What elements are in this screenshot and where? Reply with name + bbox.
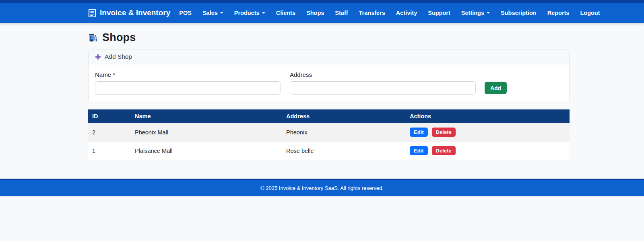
navbar: Invoice & Inventory POS Sales Products C… (0, 3, 644, 23)
cell-actions: Edit Delete (406, 123, 570, 142)
nav-item-reports[interactable]: Reports (547, 10, 570, 16)
add-shop-header-label: Add Shop (105, 53, 132, 60)
add-button[interactable]: Add (485, 82, 507, 94)
address-input[interactable] (290, 81, 476, 95)
footer-copyright: © 2025 Invoice & Inventory SaaS. All rig… (260, 185, 384, 191)
nav-item-activity[interactable]: Activity (396, 10, 417, 16)
table-row: 2 Pheonix Mall Pheonix Edit Delete (88, 123, 570, 142)
main-content: Shops Add Shop Name * Address (88, 23, 570, 160)
delete-button[interactable]: Delete (432, 128, 456, 137)
cell-id: 2 (88, 123, 131, 142)
shops-table-head: ID Name Address Actions (88, 109, 570, 123)
edit-button[interactable]: Edit (410, 146, 428, 155)
address-label: Address (290, 71, 476, 78)
add-shop-card: Add Shop Name * Address Add (88, 49, 570, 103)
cell-name: Plaisance Mall (131, 142, 282, 160)
nav-item-pos[interactable]: POS (179, 10, 192, 16)
nav-item-staff[interactable]: Staff (335, 10, 348, 16)
cell-address: Rose belle (282, 142, 406, 160)
cell-address: Pheonix (282, 123, 406, 142)
cell-actions: Edit Delete (406, 142, 570, 160)
cell-id: 1 (88, 142, 131, 160)
plus-icon (95, 54, 101, 60)
add-shop-form: Name * Address Add (89, 64, 569, 103)
col-header-address: Address (282, 109, 406, 123)
nav-item-products-label: Products (234, 10, 260, 16)
navbar-top-accent (0, 0, 644, 3)
nav-item-settings-label: Settings (461, 10, 484, 16)
chevron-down-icon (487, 12, 490, 14)
nav-item-transfers[interactable]: Transfers (359, 10, 385, 16)
nav-item-support[interactable]: Support (428, 10, 450, 16)
col-header-id: ID (88, 109, 131, 123)
nav-item-subscription[interactable]: Subscription (501, 10, 537, 16)
nav-links: POS Sales Products Clients Shops Staff T… (179, 10, 611, 16)
name-field-group: Name * (95, 71, 281, 95)
navbar-inner: Invoice & Inventory POS Sales Products C… (88, 3, 583, 23)
shops-table: ID Name Address Actions 2 Pheonix Mall P… (88, 109, 570, 160)
name-input[interactable] (95, 81, 281, 95)
brand[interactable]: Invoice & Inventory (88, 8, 170, 18)
address-field-group: Address (290, 71, 476, 95)
nav-item-shops[interactable]: Shops (306, 10, 324, 16)
brand-label: Invoice & Inventory (100, 8, 170, 17)
chevron-down-icon (220, 12, 223, 14)
cell-name: Pheonix Mall (131, 123, 282, 142)
nav-item-products[interactable]: Products (234, 10, 265, 16)
page-title: Shops (102, 31, 136, 44)
nav-item-settings[interactable]: Settings (461, 10, 490, 16)
department-store-icon (88, 33, 98, 43)
invoice-document-icon (88, 8, 96, 18)
nav-item-clients[interactable]: Clients (276, 10, 295, 16)
add-shop-card-header: Add Shop (89, 49, 569, 64)
nav-item-sales[interactable]: Sales (202, 10, 223, 16)
footer: © 2025 Invoice & Inventory SaaS. All rig… (0, 179, 644, 196)
screen: Invoice & Inventory POS Sales Products C… (0, 0, 644, 241)
page-title-row: Shops (88, 23, 570, 44)
table-row: 1 Plaisance Mall Rose belle Edit Delete (88, 142, 570, 160)
chevron-down-icon (262, 12, 265, 14)
nav-item-sales-label: Sales (202, 10, 218, 16)
delete-button[interactable]: Delete (432, 146, 456, 155)
col-header-name: Name (131, 109, 282, 123)
edit-button[interactable]: Edit (410, 128, 428, 137)
col-header-actions: Actions (406, 109, 570, 123)
name-label: Name * (95, 71, 281, 78)
nav-item-logout[interactable]: Logout (580, 10, 600, 16)
